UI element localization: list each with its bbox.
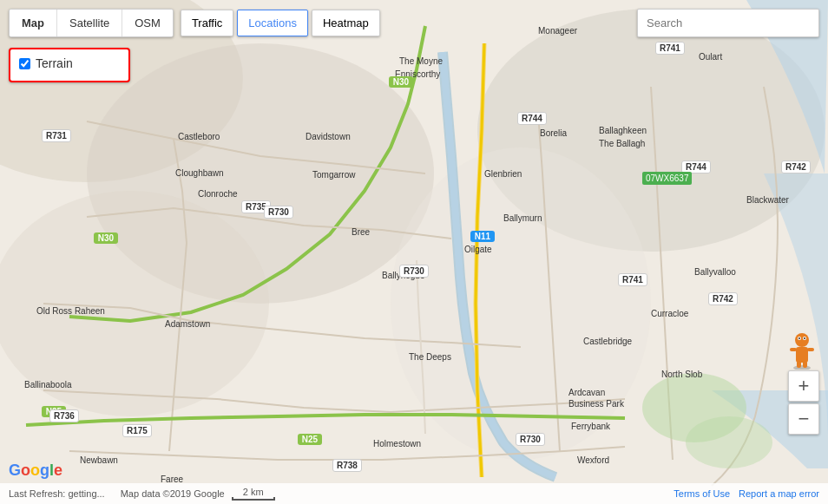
refresh-label: Last Refresh: getting... [9, 488, 105, 499]
overlay-locations[interactable]: Locations [237, 10, 308, 36]
badge-n25-2: N25 [298, 432, 322, 445]
terrain-panel: Terrain [9, 48, 130, 82]
zoom-out-button[interactable]: − [788, 403, 819, 435]
svg-point-8 [793, 365, 811, 370]
badge-r730-2: R730 [399, 264, 429, 278]
svg-rect-14 [807, 348, 814, 351]
badge-r741-2: R741 [618, 272, 647, 286]
zoom-in-button[interactable]: + [788, 370, 819, 402]
badge-n30-2: N30 [94, 231, 118, 244]
tab-map[interactable]: Map [10, 10, 57, 36]
search-box [637, 9, 819, 37]
google-logo: Google [9, 461, 62, 480]
overlay-heatmap[interactable]: Heatmap [312, 10, 380, 36]
svg-rect-9 [796, 347, 808, 363]
badge-r742: R742 [781, 160, 811, 173]
svg-point-3 [0, 191, 269, 416]
truck-label: 07WX6637 [646, 173, 688, 183]
badge-r744: R744 [517, 111, 547, 125]
badge-r731: R731 [42, 128, 71, 142]
badge-r175: R175 [122, 423, 152, 437]
search-input[interactable] [637, 9, 819, 37]
svg-point-10 [795, 333, 809, 347]
svg-rect-11 [797, 361, 801, 368]
terrain-checkbox-row: Terrain [19, 56, 120, 70]
svg-point-17 [798, 337, 800, 339]
badge-r742-2: R742 [708, 291, 738, 305]
tab-osm[interactable]: OSM [122, 10, 173, 36]
svg-point-18 [804, 337, 805, 339]
bottom-right: Terms of Use Report a map error [674, 488, 819, 499]
zoom-controls: + − [788, 370, 819, 435]
truck-marker: 07WX6637 [642, 172, 692, 185]
svg-rect-12 [803, 361, 807, 368]
svg-rect-13 [790, 348, 797, 351]
bottom-left: Last Refresh: getting... Map data ©2019 … [9, 487, 275, 501]
badge-r738: R738 [332, 458, 362, 472]
bottom-bar: Last Refresh: getting... Map data ©2019 … [0, 483, 828, 504]
copyright: Map data ©2019 Google [121, 488, 225, 499]
svg-point-7 [686, 416, 772, 468]
badge-n11: N11 [470, 229, 495, 242]
badge-r730-1: R730 [264, 205, 293, 219]
badge-n30-top: N30 [389, 75, 413, 88]
map-container: Map Satellite OSM Traffic Locations Heat… [0, 0, 828, 504]
terrain-checkbox[interactable] [19, 58, 30, 69]
map-type-tabs: Map Satellite OSM [9, 9, 174, 37]
terrain-label[interactable]: Terrain [36, 56, 73, 70]
scale-bar: 2 km [232, 487, 275, 501]
top-controls: Map Satellite OSM Traffic Locations Heat… [9, 9, 819, 37]
badge-r730-3: R730 [516, 432, 545, 446]
pegman[interactable] [786, 326, 818, 370]
scale-line [232, 497, 275, 501]
tab-satellite[interactable]: Satellite [57, 10, 122, 36]
report-link[interactable]: Report a map error [739, 488, 819, 499]
badge-r736: R736 [49, 409, 79, 422]
terms-link[interactable]: Terms of Use [674, 488, 730, 499]
overlay-traffic[interactable]: Traffic [181, 10, 233, 36]
badge-r741: R741 [655, 41, 685, 55]
overlay-buttons: Traffic Locations Heatmap [181, 10, 380, 36]
svg-point-5 [391, 147, 651, 460]
scale-label: 2 km [243, 487, 264, 497]
